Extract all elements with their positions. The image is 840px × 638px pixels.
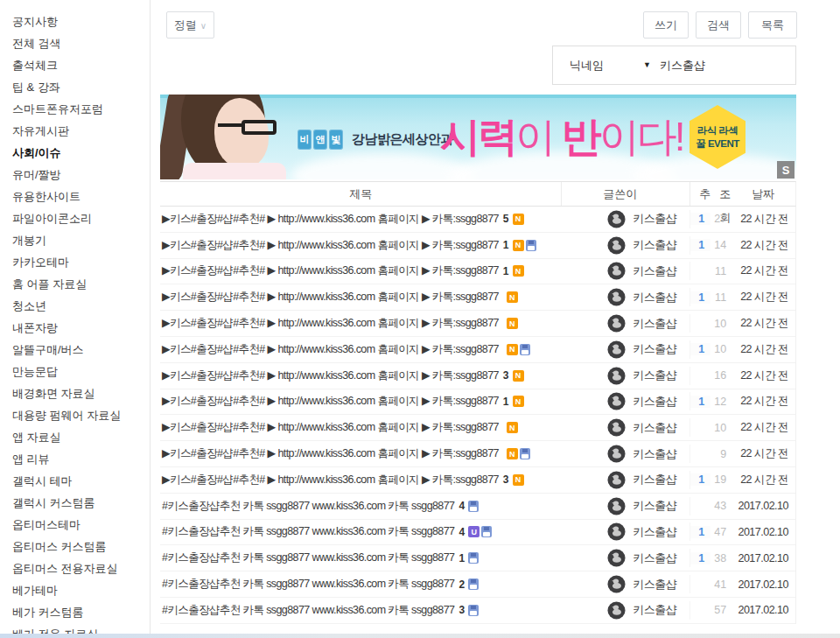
post-title-link[interactable]: ▶키스#출장#샵#추천# ▶ http://www.kiss36.com 홈페이… [162,473,499,487]
author-name: 키스출샵 [633,368,676,383]
main-content: 정렬∨ 쓰기검색목록 닉네임 ▼ 비앤빛 [160,0,796,638]
author-cell[interactable]: 키스출샵 [562,471,690,489]
duck-avatar-icon [607,340,626,359]
post-title-link[interactable]: #키스출장샵추천 카톡 ssgg8877 www.kiss36.com 카톡 s… [162,577,454,592]
sidebar-item-8[interactable]: 유머/짤방 [0,164,150,186]
post-date: 22 시간 전 [731,342,795,357]
header-vote: 추천 [690,182,710,206]
ad-info-mark[interactable]: S [777,161,794,179]
post-title-link[interactable]: #키스출장샵추천 카톡 ssgg8877 www.kiss36.com 카톡 s… [162,603,454,618]
sidebar-item-9[interactable]: 유용한사이트 [0,186,150,207]
post-title-link[interactable]: #키스출장샵추천 카톡 ssgg8877 www.kiss36.com 카톡 s… [162,524,454,539]
header-title: 제목 [160,182,562,206]
sidebar-item-23[interactable]: 갤럭시 커스텀롬 [0,492,150,514]
comment-count: 1 [503,396,509,408]
sidebar-item-10[interactable]: 파일아이콘소리 [0,207,150,229]
new-badge: N [507,291,518,303]
logo-block: 빛 [329,130,343,150]
table-row: ▶키스#출장#샵#추천# ▶ http://www.kiss36.com 홈페이… [160,467,795,494]
sidebar-item-20[interactable]: 앱 자료실 [0,426,150,448]
post-title-link[interactable]: ▶키스#출장#샵#추천# ▶ http://www.kiss36.com 홈페이… [162,368,499,383]
sidebar-item-14[interactable]: 청소년 [0,295,150,317]
sidebar-item-13[interactable]: 홈 어플 자료실 [0,273,150,295]
author-cell[interactable]: 키스출샵 [562,210,690,228]
author-cell[interactable]: 키스출샵 [562,314,690,333]
action-button-2[interactable]: 검색 [696,11,741,39]
author-cell[interactable]: 키스출샵 [562,392,690,410]
post-title-link[interactable]: ▶키스#출장#샵#추천# ▶ http://www.kiss36.com 홈페이… [162,290,499,305]
sidebar-item-25[interactable]: 옵티머스 커스텀롬 [0,536,150,557]
badge-group: N [513,214,524,225]
post-title-cell: ▶키스#출장#샵#추천# ▶ http://www.kiss36.com 홈페이… [160,420,562,435]
sort-button[interactable]: 정렬∨ [166,11,214,39]
duck-avatar-icon [607,314,626,333]
table-row: ▶키스#출장#샵#추천# ▶ http://www.kiss36.com 홈페이… [160,389,795,416]
author-cell[interactable]: 키스출샵 [562,522,690,541]
toolbar-actions: 쓰기검색목록 [643,11,797,39]
action-button-3[interactable]: 목록 [748,11,797,39]
post-title-link[interactable]: ▶키스#출장#샵#추천# ▶ http://www.kiss36.com 홈페이… [162,394,499,409]
sidebar-item-26[interactable]: 옵티머스 전용자료실 [0,557,150,579]
post-title-cell: ▶키스#출장#샵#추천# ▶ http://www.kiss36.com 홈페이… [160,316,562,331]
action-button-1[interactable]: 쓰기 [643,11,689,39]
sidebar-item-12[interactable]: 카카오테마 [0,251,150,273]
post-date: 22 시간 전 [731,368,795,383]
author-cell[interactable]: 키스출샵 [562,236,690,255]
post-title-link[interactable]: ▶키스#출장#샵#추천# ▶ http://www.kiss36.com 홈페이… [162,342,499,357]
sidebar-item-6[interactable]: 자유게시판 [0,120,150,142]
author-cell[interactable]: 키스출샵 [562,262,690,280]
table-row: #키스출장샵추천 카톡 ssgg8877 www.kiss36.com 카톡 s… [160,494,795,520]
author-name: 키스출샵 [633,211,676,227]
sidebar-item-24[interactable]: 옵티머스테마 [0,514,150,536]
ad-banner[interactable]: 비앤빛 강남밝은세상안과 시력이 반이다! 라식 라섹 꿀 EVENT S [160,95,796,179]
post-title-link[interactable]: ▶키스#출장#샵#추천# ▶ http://www.kiss36.com 홈페이… [162,446,499,461]
sidebar-item-22[interactable]: 갤럭시 테마 [0,470,150,492]
search-input[interactable] [660,52,789,79]
author-cell[interactable]: 키스출샵 [562,445,690,463]
post-title-link[interactable]: #키스출장샵추천 카톡 ssgg8877 www.kiss36.com 카톡 s… [162,550,454,565]
search-field-select[interactable]: 닉네임 [570,46,604,84]
vote-count: 1 [690,396,710,408]
table-row: #키스출장샵추천 카톡 ssgg8877 www.kiss36.com 카톡 s… [160,520,795,546]
post-title-link[interactable]: ▶키스#출장#샵#추천# ▶ http://www.kiss36.com 홈페이… [162,263,499,278]
woman-with-glasses-image [160,95,300,179]
sidebar-item-4[interactable]: 팁 & 강좌 [0,76,150,98]
badge-group: N [507,344,530,355]
sidebar-item-5[interactable]: 스마트폰유저포럼 [0,98,150,120]
glasses-icon [218,123,244,127]
author-cell[interactable]: 키스출샵 [562,340,690,359]
author-cell[interactable]: 키스출샵 [562,549,690,567]
caret-down-icon[interactable]: ▼ [643,46,651,84]
sidebar-item-7[interactable]: 사회/이슈 [0,142,150,164]
author-cell[interactable]: 키스출샵 [562,288,690,306]
attachment-floppy-icon [468,605,479,616]
sidebar-item-21[interactable]: 앱 리뷰 [0,448,150,470]
sidebar-item-11[interactable]: 개봉기 [0,229,150,251]
sidebar-item-16[interactable]: 알뜰구매/버스 [0,339,150,361]
author-cell[interactable]: 키스출샵 [562,497,690,515]
sidebar-item-28[interactable]: 베가 커스텀롬 [0,601,150,623]
sidebar-item-17[interactable]: 만능문답 [0,361,150,382]
post-title-link[interactable]: ▶키스#출장#샵#추천# ▶ http://www.kiss36.com 홈페이… [162,238,499,253]
headline-part: 이 [515,110,562,165]
post-title-link[interactable]: ▶키스#출장#샵#추천# ▶ http://www.kiss36.com 홈페이… [162,316,499,331]
author-name: 키스출샵 [633,263,676,279]
sidebar-item-27[interactable]: 베가테마 [0,579,150,601]
author-cell[interactable]: 키스출샵 [562,601,690,620]
table-row: ▶키스#출장#샵#추천# ▶ http://www.kiss36.com 홈페이… [160,415,795,441]
sidebar-item-15[interactable]: 내폰자랑 [0,317,150,339]
author-cell[interactable]: 키스출샵 [562,367,690,385]
sidebar-item-19[interactable]: 대용량 펌웨어 자료실 [0,404,150,426]
duck-avatar-icon [607,418,626,437]
author-cell[interactable]: 키스출샵 [562,575,690,593]
post-title-link[interactable]: ▶키스#출장#샵#추천# ▶ http://www.kiss36.com 홈페이… [162,420,499,435]
author-cell[interactable]: 키스출샵 [562,418,690,437]
post-title-link[interactable]: #키스출장샵추천 카톡 ssgg8877 www.kiss36.com 카톡 s… [162,499,454,514]
post-title-link[interactable]: ▶키스#출장#샵#추천# ▶ http://www.kiss36.com 홈페이… [162,212,499,227]
sidebar-item-3[interactable]: 출석체크 [0,54,150,76]
sidebar-item-2[interactable]: 전체 검색 [0,32,150,54]
banner-headline: 시력이 반이다! [440,95,683,179]
sidebar-item-18[interactable]: 배경화면 자료실 [0,382,150,404]
table-row: ▶키스#출장#샵#추천# ▶ http://www.kiss36.com 홈페이… [160,233,795,259]
sidebar-item-1[interactable]: 공지사항 [0,11,150,32]
